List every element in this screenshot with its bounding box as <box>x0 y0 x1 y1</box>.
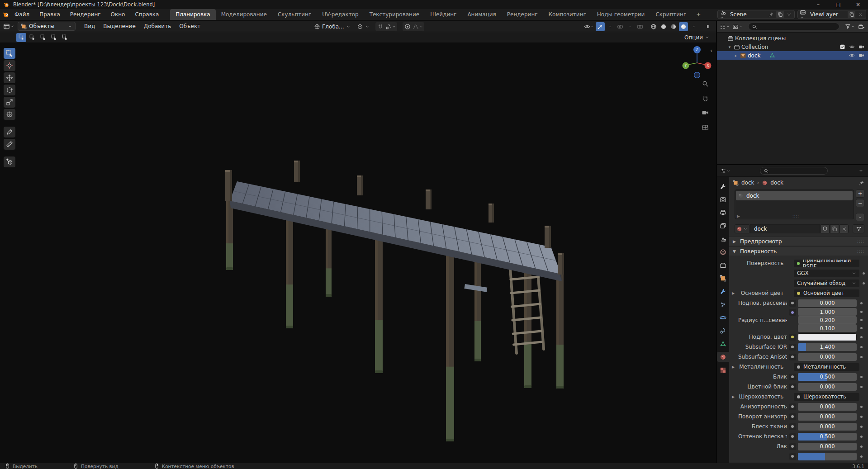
browse-material-button[interactable] <box>735 224 749 233</box>
workspace-tab-8[interactable]: Композитинг <box>543 9 592 20</box>
outliner-row-dock[interactable]: ▸dock <box>717 51 868 60</box>
remove-slot-button[interactable]: − <box>856 199 864 207</box>
node-link-field[interactable]: Принципиальный BSDF <box>794 260 859 267</box>
properties-tab-data[interactable] <box>717 339 729 349</box>
dropdown-field[interactable]: GGX <box>794 270 859 277</box>
value-slider[interactable] <box>798 453 857 460</box>
value-slider[interactable]: 0.000 <box>798 403 857 411</box>
gizmos-dropdown[interactable] <box>606 22 615 31</box>
scene-copy-button[interactable] <box>776 11 784 18</box>
select-new-button[interactable] <box>16 33 26 42</box>
keyframe-dot[interactable] <box>860 302 863 304</box>
menu-3[interactable]: Окно <box>106 9 130 19</box>
pause-render-button[interactable] <box>703 22 712 31</box>
workspace-tab-6[interactable]: Анимация <box>462 9 501 20</box>
xray-toggle[interactable] <box>636 22 645 31</box>
outliner-search-input[interactable] <box>748 23 840 30</box>
keyframe-dot[interactable] <box>860 336 863 338</box>
material-slot-item[interactable]: dock <box>736 191 853 200</box>
tool-measure-button[interactable] <box>4 139 15 150</box>
keyframe-dot[interactable] <box>860 445 863 448</box>
keyframe-dot[interactable] <box>860 455 863 458</box>
value-slider[interactable]: 0.000 <box>798 383 857 391</box>
snap-to-dropdown[interactable] <box>385 22 397 31</box>
options-dropdown[interactable]: Опции <box>684 34 710 41</box>
menu-0[interactable]: Файл <box>9 9 34 19</box>
input-socket[interactable] <box>789 403 796 410</box>
viewport-camera-control[interactable] <box>700 108 710 118</box>
properties-tab-modifiers[interactable] <box>717 286 729 296</box>
show-gizmos-toggle[interactable] <box>596 22 605 31</box>
menu-1[interactable]: Правка <box>34 9 65 19</box>
tool-scale-button[interactable] <box>4 97 15 108</box>
node-link-field[interactable]: Шероховатость <box>794 393 859 401</box>
scene-selector[interactable]: Scene <box>717 10 795 19</box>
unlink-material-button[interactable] <box>840 224 849 233</box>
outliner-row-collection[interactable]: ▾Collection <box>717 43 868 51</box>
input-socket[interactable] <box>789 453 796 460</box>
pin-icon[interactable] <box>859 180 864 186</box>
fake-user-button[interactable] <box>821 224 830 233</box>
workspace-tab-5[interactable]: Шейдинг <box>425 9 462 20</box>
input-socket[interactable] <box>789 344 796 351</box>
keyframe-dot[interactable] <box>860 436 863 438</box>
camera-toggle[interactable] <box>857 52 865 58</box>
input-socket[interactable] <box>789 309 796 316</box>
input-socket[interactable] <box>789 334 796 341</box>
material-slot-list[interactable]: dock ▶ :::: <box>735 189 854 219</box>
navigation-gizmo[interactable]: ZYX <box>680 44 714 83</box>
expand-arrow[interactable]: ▶ <box>732 395 738 399</box>
shading-wireframe-button[interactable] <box>649 22 658 31</box>
scene-unlink-button[interactable] <box>785 11 792 18</box>
disclosure-arrow[interactable]: ▾ <box>727 45 732 49</box>
editor-type-button[interactable] <box>3 22 15 31</box>
disclosure-arrow[interactable]: ▸ <box>733 53 739 58</box>
workspace-tab-4[interactable]: Текстурирование <box>364 9 425 20</box>
add-slot-button[interactable]: + <box>856 189 864 198</box>
tool-cursor-button[interactable] <box>4 60 15 71</box>
properties-tab-object[interactable] <box>717 273 729 283</box>
value-field[interactable]: 0.100 <box>798 324 857 332</box>
orientation-dropdown[interactable]: Глоба... <box>312 24 352 30</box>
select-invert-button[interactable] <box>49 33 59 42</box>
properties-tab-collection[interactable] <box>717 260 729 270</box>
checkbox-toggle[interactable] <box>838 44 846 50</box>
panel-preview[interactable]: ▶ Предпросмотр :::: <box>729 237 868 246</box>
outliner-row-коллекция-сцены[interactable]: Коллекция сцены <box>717 34 868 43</box>
panel-surface[interactable]: ▼ Поверхность :::: <box>729 246 868 256</box>
shading-dropdown[interactable] <box>689 22 698 31</box>
value-slider[interactable]: 0.500 <box>798 433 857 441</box>
properties-tab-physics[interactable] <box>717 313 729 322</box>
camera-toggle[interactable] <box>857 44 865 50</box>
color-swatch[interactable] <box>798 333 857 341</box>
workspace-tab-7[interactable]: Рендеринг <box>502 9 543 20</box>
material-name-field[interactable]: dock <box>750 224 820 233</box>
panel-grip[interactable]: :::: <box>857 239 864 244</box>
workspace-tab-0[interactable]: Планировка <box>170 9 215 20</box>
maximize-button[interactable]: □ <box>828 0 848 9</box>
resize-grip[interactable]: :::: <box>792 214 799 218</box>
pivot-dropdown[interactable] <box>355 24 371 30</box>
menu-4[interactable]: Справка <box>130 9 164 19</box>
viewport-grid-persp-control[interactable] <box>700 122 710 132</box>
slot-expand-arrow[interactable]: ▶ <box>737 214 740 218</box>
scene-pin-button[interactable] <box>768 11 775 18</box>
properties-tab-texture[interactable] <box>717 365 729 375</box>
viewport-zoom-control[interactable] <box>700 79 710 89</box>
viewport-menu-3[interactable]: Объект <box>175 21 204 31</box>
expand-arrow[interactable]: ▶ <box>732 291 738 295</box>
viewlayer-copy-button[interactable] <box>848 11 855 18</box>
keyframe-dot[interactable] <box>860 416 863 418</box>
keyframe-dot[interactable] <box>860 426 863 428</box>
workspace-tab-10[interactable]: Скриптинг <box>650 9 692 20</box>
add-workspace-button[interactable]: + <box>692 9 705 20</box>
viewport-menu-0[interactable]: Вид <box>80 21 99 31</box>
input-socket[interactable] <box>789 300 796 307</box>
workspace-tab-3[interactable]: UV-редактор <box>317 9 364 20</box>
viewport-menu-2[interactable]: Добавить <box>140 21 175 31</box>
input-socket[interactable] <box>789 413 796 420</box>
snap-toggle[interactable] <box>376 22 385 31</box>
proportional-edit-toggle[interactable] <box>403 22 412 31</box>
value-slider[interactable]: 1.400 <box>798 343 857 351</box>
input-socket[interactable] <box>789 423 796 430</box>
